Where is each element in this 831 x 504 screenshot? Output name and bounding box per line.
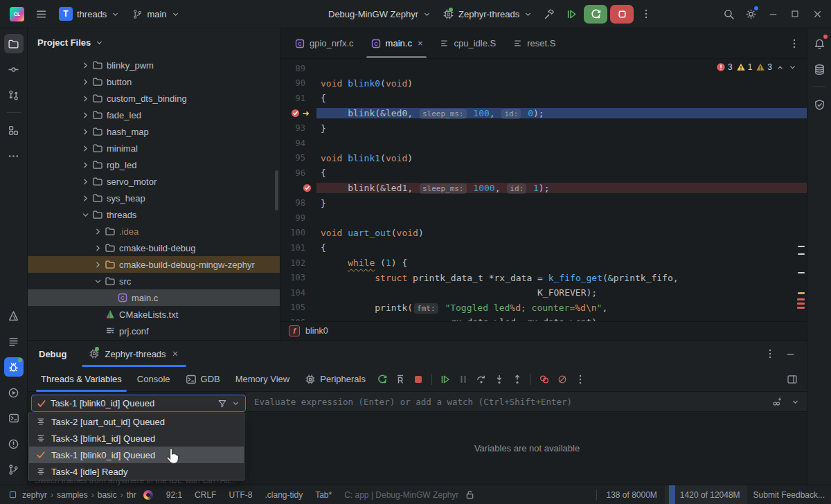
- stripe-mark[interactable]: [798, 253, 805, 255]
- unlock-icon[interactable]: [465, 489, 475, 500]
- line-ending-indicator[interactable]: CRLF: [188, 490, 222, 500]
- gutter-line-94[interactable]: 94: [280, 138, 316, 148]
- thread-option-3[interactable]: Task-1 [blink0_id] Queued: [29, 447, 244, 463]
- gutter-line-98[interactable]: 98: [280, 198, 316, 208]
- status-breadcrumbs[interactable]: zephyr›samples›basic›thr: [22, 490, 136, 500]
- debug-tab-Memory View[interactable]: Memory View: [228, 367, 298, 392]
- gutter-line-100[interactable]: 100: [280, 228, 316, 237]
- hide-panel-icon[interactable]: [785, 349, 796, 359]
- memory-indicator-heap[interactable]: 1420 of 12048M: [665, 485, 747, 504]
- tree-item-fade_led[interactable]: fade_led: [28, 107, 280, 123]
- inspections-widget[interactable]: 3 1 3: [716, 62, 797, 72]
- chevron-right-icon[interactable]: [79, 160, 91, 170]
- gutter-line-104[interactable]: 104: [280, 288, 316, 298]
- thread-option-2[interactable]: Task-3 [blink1_id] Queued: [29, 430, 244, 447]
- chevron-right-icon[interactable]: [79, 127, 91, 137]
- editor-tab-cpu_idle.S[interactable]: cpu_idle.S: [431, 28, 504, 58]
- clang-tidy-indicator[interactable]: .clang-tidy: [258, 490, 309, 500]
- tree-item-cmake-build-debug[interactable]: cmake-build-debug: [28, 240, 280, 256]
- chevron-right-icon[interactable]: [91, 243, 104, 253]
- git-icon[interactable]: [4, 460, 24, 479]
- code-text-105[interactable]: printk(fmt: "Toggled led%d; counter=%d\n…: [316, 303, 807, 313]
- code-text-97[interactable]: blink(&led1, sleep_ms: 1000, id: 1);: [316, 183, 807, 193]
- tab-options-kebab-icon[interactable]: [789, 38, 800, 49]
- debug-tab-Threads & Variables[interactable]: Threads & Variables: [33, 367, 129, 392]
- window-maximize-button[interactable]: [785, 4, 805, 24]
- view-breakpoints-icon[interactable]: [535, 370, 553, 388]
- gutter-line-93[interactable]: 93: [280, 123, 316, 133]
- editor-tab-reset.S[interactable]: reset.S: [504, 28, 564, 58]
- tree-item-blinky_pwm[interactable]: blinky_pwm: [28, 57, 280, 73]
- code-text-90[interactable]: void blink0(void): [316, 78, 807, 89]
- code-text-98[interactable]: }: [316, 198, 807, 208]
- search-everywhere-button[interactable]: [719, 4, 738, 24]
- tree-item-rgb_led[interactable]: rgb_led: [28, 156, 280, 173]
- gutter-line-106[interactable]: 106: [280, 318, 316, 321]
- thread-option-4[interactable]: Task-4 [idle] Ready: [29, 463, 244, 480]
- project-panel-header[interactable]: Project Files: [28, 28, 280, 56]
- prev-problem-icon[interactable]: [776, 63, 785, 72]
- debug-session-tab[interactable]: Zephyr-threads: [82, 341, 186, 367]
- chevron-down-icon[interactable]: [79, 210, 91, 220]
- rerun-icon[interactable]: [373, 370, 391, 388]
- tree-item-sys_heap[interactable]: sys_heap: [28, 190, 280, 206]
- evaluate-expression-bar[interactable]: Evaluate expression (Enter) or add a wat…: [247, 392, 807, 412]
- stop-icon[interactable]: [409, 370, 427, 388]
- code-text-101[interactable]: {: [316, 242, 807, 253]
- chevron-down-icon[interactable]: [231, 399, 240, 408]
- run-icon[interactable]: [4, 383, 24, 402]
- pause-icon[interactable]: [454, 370, 472, 388]
- thread-option-1[interactable]: Task-2 [uart_out_id] Queued: [29, 413, 244, 430]
- submit-feedback-link[interactable]: Submit Feedback...: [747, 490, 831, 500]
- structure-icon[interactable]: [4, 120, 24, 140]
- stripe-mark[interactable]: [798, 272, 805, 273]
- code-text-95[interactable]: void blink1(void): [316, 153, 807, 163]
- code-text-93[interactable]: }: [316, 123, 807, 134]
- chevron-right-icon[interactable]: [91, 226, 104, 237]
- settings-button[interactable]: [741, 4, 760, 24]
- debugger-icon[interactable]: [4, 357, 24, 377]
- vcs-branch-widget[interactable]: main: [128, 6, 184, 22]
- reset-icon[interactable]: [391, 370, 409, 388]
- gutter-line-103[interactable]: 103: [280, 273, 316, 282]
- editor-tab-gpio_nrfx.c[interactable]: Cgpio_nrfx.c: [286, 28, 362, 58]
- target-selector[interactable]: Debug-MinGW Zephyr: [324, 6, 436, 22]
- encoding-indicator[interactable]: UTF-8: [222, 490, 258, 500]
- qodana-icon[interactable]: [810, 95, 829, 114]
- gutter-line-97[interactable]: [280, 183, 316, 192]
- code-text-103[interactable]: struct printk_data_t *rx_data = k_fifo_g…: [316, 273, 807, 283]
- chevron-right-icon[interactable]: [79, 193, 91, 204]
- main-menu-button[interactable]: [31, 4, 51, 24]
- layout-settings-icon[interactable]: [783, 370, 801, 388]
- restart-debug-button[interactable]: [584, 5, 607, 24]
- gutter-line-101[interactable]: 101: [280, 243, 316, 253]
- chevron-right-icon[interactable]: [79, 110, 91, 120]
- kebab-icon[interactable]: [765, 348, 776, 359]
- code-text-106[interactable]: rx_data->led, rx_data->cnt);: [316, 317, 807, 321]
- gutter-line-96[interactable]: 96: [280, 168, 316, 178]
- resume-icon[interactable]: [436, 370, 454, 388]
- chevron-right-icon[interactable]: [79, 77, 91, 87]
- debug-tab-Console[interactable]: Console: [129, 367, 178, 392]
- caret-position[interactable]: 92:1: [160, 490, 188, 500]
- mute-breakpoints-icon[interactable]: [553, 370, 571, 388]
- project-folder-icon[interactable]: [4, 34, 24, 53]
- chevron-down-icon[interactable]: [91, 276, 104, 287]
- tree-item-hash_map[interactable]: hash_map: [28, 123, 280, 140]
- stripe-mark[interactable]: [798, 292, 805, 294]
- resume-program-button[interactable]: [562, 4, 581, 24]
- chevron-right-icon[interactable]: [79, 93, 91, 104]
- resolve-context[interactable]: C: app | Debug-MinGW Zephyr: [338, 490, 465, 500]
- stripe-mark[interactable]: [797, 303, 805, 305]
- tree-item-prj.conf[interactable]: prj.conf: [28, 323, 280, 339]
- code-text-104[interactable]: K_FOREVER);: [316, 287, 807, 298]
- status-breadcrumb-zephyr[interactable]: zephyr: [22, 490, 47, 500]
- chevron-down-icon[interactable]: [791, 397, 800, 406]
- todo-icon[interactable]: [4, 332, 24, 351]
- step-into-icon[interactable]: [490, 370, 508, 388]
- stripe-mark[interactable]: [797, 298, 805, 300]
- editor-tab-main.c[interactable]: Cmain.c×: [362, 28, 431, 58]
- step-over-icon[interactable]: [472, 370, 490, 388]
- run-config-selector[interactable]: Zephyr-threads: [438, 6, 537, 23]
- more-run-actions-button[interactable]: [636, 4, 656, 24]
